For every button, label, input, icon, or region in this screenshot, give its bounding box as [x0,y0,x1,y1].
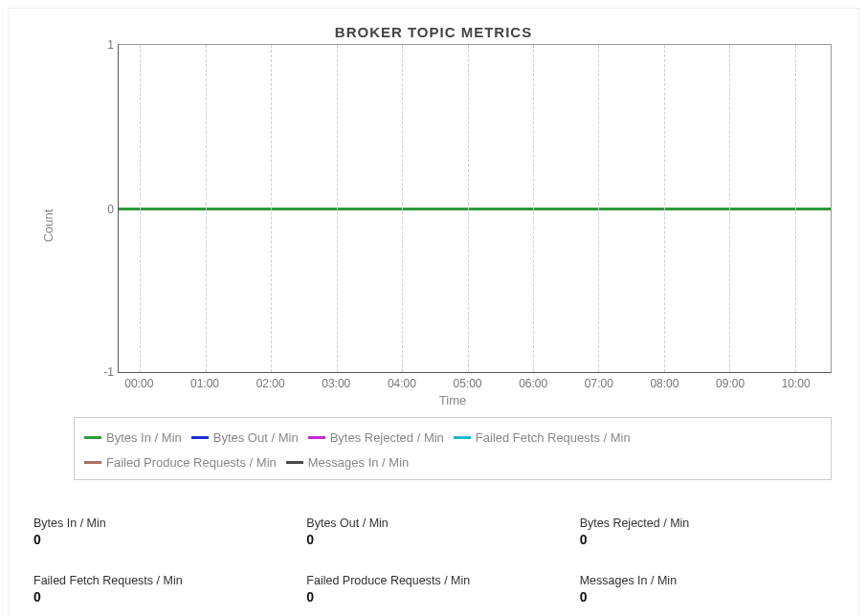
stat: Failed Fetch Requests / Min0 [33,574,287,605]
stat-label: Bytes In / Min [33,517,287,530]
stat-value: 0 [33,589,287,605]
gridline [468,45,469,372]
gridline [271,45,272,372]
y-tick: -1 [91,365,114,379]
x-tick: 00:00 [124,377,153,390]
legend-swatch [191,436,209,439]
x-tick: 07:00 [585,377,613,390]
x-tick: 06:00 [519,377,547,390]
stats-grid: Bytes In / Min0Bytes Out / Min0Bytes Rej… [26,517,841,605]
gridline [729,45,730,372]
legend-label: Bytes Out / Min [213,427,299,449]
x-tick: 10:00 [782,377,811,390]
legend-item[interactable]: Messages In / Min [286,451,410,473]
chart-legend: Bytes In / MinBytes Out / MinBytes Rejec… [74,417,832,480]
stat: Failed Produce Requests / Min0 [306,574,560,605]
series-line [119,208,831,210]
legend-label: Failed Produce Requests / Min [106,451,277,473]
y-tick: 1 [91,38,114,52]
x-tick: 09:00 [716,377,745,390]
legend-label: Failed Fetch Requests / Min [476,427,631,449]
gridline [140,45,141,372]
stat-value: 0 [306,589,560,605]
x-tick: 01:00 [190,377,219,390]
gridline [664,45,665,372]
legend-label: Bytes Rejected / Min [330,427,444,449]
stat-value: 0 [33,532,287,547]
x-axis-label: Time [439,393,466,407]
y-axis-label: Count [41,209,56,243]
legend-swatch [84,436,101,439]
chart-title: BROKER TOPIC METRICS [26,24,841,40]
x-tick: 04:00 [388,377,416,390]
legend-item[interactable]: Bytes In / Min [84,427,182,449]
chart-area: Count 1 0 -1 Time 00:0001:0002:0003:0004… [74,44,832,407]
legend-item[interactable]: Bytes Out / Min [191,427,299,449]
gridline [337,45,338,372]
stat: Bytes Rejected / Min0 [580,517,834,547]
stat-value: 0 [306,532,560,547]
stat: Bytes Out / Min0 [306,517,560,547]
gridline [795,45,796,372]
gridline [206,45,207,372]
stat-value: 0 [580,589,834,605]
x-tick: 03:00 [322,377,350,390]
stat-label: Failed Fetch Requests / Min [33,574,287,587]
stat-value: 0 [580,532,834,547]
legend-label: Bytes In / Min [106,427,182,449]
x-tick: 02:00 [256,377,285,390]
y-tick: 0 [91,203,114,216]
legend-label: Messages In / Min [308,451,410,473]
gridline [402,45,403,372]
legend-item[interactable]: Failed Produce Requests / Min [84,451,277,473]
gridline [598,45,599,372]
stat-label: Bytes Out / Min [306,517,560,530]
legend-swatch [84,461,101,464]
stat-label: Bytes Rejected / Min [580,517,834,530]
legend-swatch [308,436,325,439]
legend-item[interactable]: Bytes Rejected / Min [308,427,444,449]
x-tick: 08:00 [650,377,678,390]
legend-swatch [454,436,471,439]
legend-item[interactable]: Failed Fetch Requests / Min [454,427,631,449]
metrics-panel: BROKER TOPIC METRICS Count 1 0 -1 Time 0… [8,8,859,616]
stat-label: Messages In / Min [580,574,834,587]
gridline [533,45,534,372]
legend-swatch [286,461,303,464]
stat: Bytes In / Min0 [33,517,287,547]
plot-region [118,44,832,373]
stat-label: Failed Produce Requests / Min [306,574,560,587]
x-tick: 05:00 [454,377,482,390]
stat: Messages In / Min0 [580,574,834,605]
